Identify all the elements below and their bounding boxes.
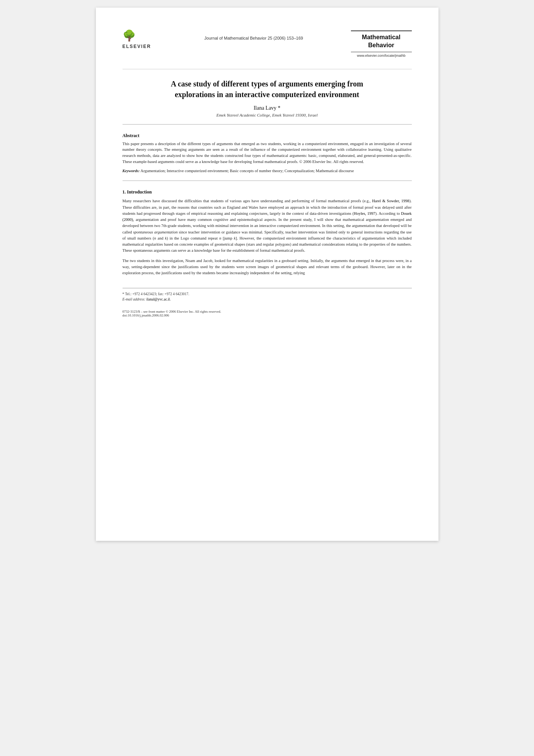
section-introduction: 1. Introduction Many researchers have di… — [123, 189, 412, 276]
doi-text: doi:10.1016/j.jmathb.2006.02.006 — [123, 313, 412, 317]
keywords-line: Keywords: Argumentation; Interactive com… — [123, 168, 412, 174]
elsevier-logo: 🌳 ELSEVIER — [123, 30, 157, 50]
section-1-paragraph-2: The two students in this investigation, … — [123, 258, 412, 277]
journal-right: Mathematical Behavior www.elsevier.com/l… — [351, 30, 412, 58]
section-divider — [123, 124, 412, 125]
footnote-1: * Tel.: +972 4 6423423; fax: +972 4 6423… — [123, 291, 412, 297]
footnote-2: E-mail address: ilanal@yvc.ac.il. — [123, 297, 412, 302]
email-label: E-mail address: — [123, 297, 147, 301]
italic-spontaneous: spontaneous argumentation — [133, 230, 178, 234]
section-1-title: 1. Introduction — [123, 189, 412, 195]
header-area: 🌳 ELSEVIER Journal of Mathematical Behav… — [123, 30, 412, 58]
math-behavior-title-line2: Behavior — [355, 42, 408, 50]
main-title-section: A case study of different types of argum… — [123, 69, 412, 117]
math-behavior-box: Mathematical Behavior — [351, 30, 412, 52]
journal-name: Journal of Mathematical Behavior 25 (200… — [204, 36, 303, 40]
elsevier-tree-icon: 🌳 — [123, 30, 157, 41]
abstract-section: Abstract This paper presents a descripti… — [123, 133, 412, 174]
email-link[interactable]: ilanal@yvc.ac.il — [146, 297, 170, 301]
journal-url: www.elsevier.com/locate/jmathb — [351, 54, 412, 58]
citation-harel-sowder[interactable]: Harel & Sowder, 1998 — [372, 199, 409, 203]
section-1-paragraph-1: Many researchers have discussed the diff… — [123, 198, 412, 254]
journal-center: Journal of Mathematical Behavior 25 (200… — [157, 30, 351, 41]
issn-text: 0732-3123/$ – see front matter © 2006 El… — [123, 310, 412, 313]
math-behavior-title-line1: Mathematical — [355, 34, 408, 42]
keywords-text: Argumentation; Interactive computerized … — [140, 169, 354, 173]
keywords-label: Keywords: — [123, 169, 140, 173]
footer-issn: 0732-3123/$ – see front matter © 2006 El… — [123, 310, 412, 317]
abstract-text: This paper presents a description of the… — [123, 141, 412, 165]
author-name: Ilana Lavy * — [123, 105, 412, 111]
author-affiliation: Emek Yezreel Academic College, Emek Yezr… — [123, 113, 412, 117]
abstract-title: Abstract — [123, 133, 412, 139]
citation-hoyles[interactable]: Hoyles, 1997 — [354, 211, 376, 216]
elsevier-label: ELSEVIER — [123, 44, 151, 49]
page-footer: * Tel.: +972 4 6423423; fax: +972 4 6423… — [123, 288, 412, 318]
page: 🌳 ELSEVIER Journal of Mathematical Behav… — [96, 8, 438, 541]
body-divider — [123, 181, 412, 181]
main-title: A case study of different types of argum… — [123, 78, 412, 100]
